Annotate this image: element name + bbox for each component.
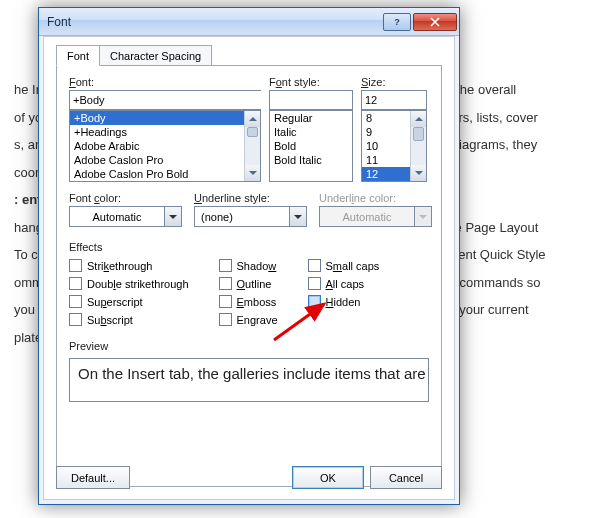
checkbox-superscript[interactable]: Superscript	[69, 295, 189, 308]
cancel-button[interactable]: Cancel	[370, 466, 442, 489]
label-effects: Effects	[69, 241, 102, 253]
dialog-body: Font Character Spacing Font: +Body +Head…	[43, 36, 455, 500]
tab-font[interactable]: Font	[56, 45, 100, 66]
list-item[interactable]: +Headings	[70, 125, 260, 139]
list-item[interactable]: Adobe Arabic	[70, 139, 260, 153]
font-style-listbox[interactable]: Regular Italic Bold Bold Italic	[269, 110, 353, 182]
ok-button[interactable]: OK	[292, 466, 364, 489]
checkbox-small-caps[interactable]: Small caps	[308, 259, 380, 272]
chevron-down-icon	[415, 206, 432, 227]
list-item[interactable]: Bold Italic	[270, 153, 352, 167]
checkbox-hidden[interactable]: Hidden	[308, 295, 380, 308]
label-font: Font:	[69, 76, 261, 88]
checkbox-strikethrough[interactable]: Strikethrough	[69, 259, 189, 272]
chevron-down-icon[interactable]	[290, 206, 307, 227]
underline-color-dropdown: Automatic	[319, 206, 432, 227]
font-dialog: Font ? Font Character Spacing Font: +Bod…	[38, 7, 460, 505]
font-listbox[interactable]: +Body +Headings Adobe Arabic Adobe Caslo…	[69, 110, 261, 182]
size-listbox[interactable]: 8 9 10 11 12	[361, 110, 427, 182]
list-item[interactable]: Regular	[270, 111, 352, 125]
chevron-down-icon[interactable]	[165, 206, 182, 227]
default-button[interactable]: Default...	[56, 466, 130, 489]
checkbox-outline[interactable]: Outline	[219, 277, 278, 290]
font-style-input[interactable]	[269, 90, 353, 110]
label-font-color: Font color:	[69, 192, 182, 204]
list-item[interactable]: Italic	[270, 125, 352, 139]
font-input[interactable]	[69, 90, 261, 110]
label-size: Size:	[361, 76, 427, 88]
preview-box: On the Insert tab, the galleries include…	[69, 358, 429, 402]
label-underline-style: Underline style:	[194, 192, 307, 204]
checkbox-double-strikethrough[interactable]: Double strikethrough	[69, 277, 189, 290]
scrollbar[interactable]	[244, 111, 260, 181]
label-underline-color: Underline color:	[319, 192, 432, 204]
checkbox-engrave[interactable]: Engrave	[219, 313, 278, 326]
checkbox-subscript[interactable]: Subscript	[69, 313, 189, 326]
titlebar[interactable]: Font ?	[39, 8, 459, 36]
tab-panel: Font: +Body +Headings Adobe Arabic Adobe…	[56, 65, 442, 487]
size-input[interactable]	[361, 90, 427, 110]
list-item[interactable]: +Body	[70, 111, 260, 125]
svg-text:?: ?	[394, 17, 400, 27]
dialog-title: Font	[47, 15, 381, 29]
help-button[interactable]: ?	[383, 13, 411, 31]
label-preview: Preview	[69, 340, 108, 352]
list-item[interactable]: Adobe Caslon Pro	[70, 153, 260, 167]
font-color-dropdown[interactable]: Automatic	[69, 206, 182, 227]
underline-style-dropdown[interactable]: (none)	[194, 206, 307, 227]
scrollbar[interactable]	[410, 111, 426, 181]
checkbox-all-caps[interactable]: All caps	[308, 277, 380, 290]
list-item[interactable]: Bold	[270, 139, 352, 153]
list-item[interactable]: Adobe Caslon Pro Bold	[70, 167, 260, 181]
close-button[interactable]	[413, 13, 457, 31]
tab-character-spacing[interactable]: Character Spacing	[99, 45, 212, 66]
checkbox-emboss[interactable]: Emboss	[219, 295, 278, 308]
checkbox-shadow[interactable]: Shadow	[219, 259, 278, 272]
label-font-style: Font style:	[269, 76, 353, 88]
